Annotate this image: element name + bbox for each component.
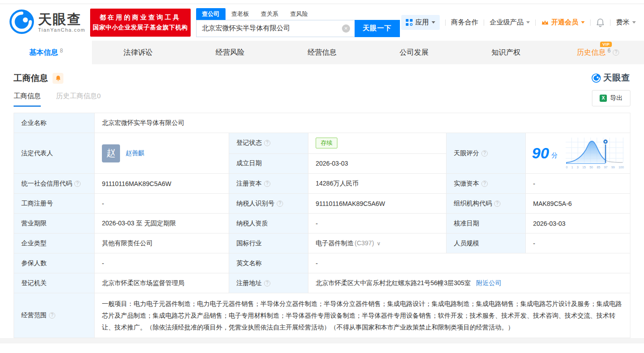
chevron-down-icon[interactable]: ∨ <box>377 240 381 247</box>
business-coop-link[interactable]: 商务合作 <box>451 18 478 27</box>
search-tab-company[interactable]: 查公司 <box>196 8 226 20</box>
business-term-value: 2026-03-03 至 无固定期限 <box>95 214 229 234</box>
staff-size-value: - <box>526 234 630 253</box>
caret-down-icon <box>432 21 435 24</box>
monitor-bell-icon[interactable] <box>53 73 63 84</box>
table-row: 参保人数 - 英文名称 - <box>14 253 630 273</box>
insured-count-value: - <box>95 253 229 273</box>
nearby-companies-link[interactable]: 附近公司 <box>476 279 501 286</box>
paid-capital-label: 实缴资本? <box>447 174 526 194</box>
tab-legal-lawsuits[interactable]: 法律诉讼 <box>92 41 184 64</box>
legal-rep-link[interactable]: 赵善麒 <box>125 149 144 157</box>
vip-join-label: 开通会员 <box>551 18 578 27</box>
export-button[interactable]: X 导出 <box>592 90 630 106</box>
tab-label: 知识产权 <box>491 48 520 57</box>
promo-line1: 都在用的商业查询工具 <box>100 14 181 22</box>
page: 天眼查 TianYanCha.com 都在用的商业查询工具 国家中小企业发展子基… <box>0 0 644 353</box>
staff-size-label: 人员规模 <box>447 234 526 253</box>
divider <box>610 19 610 26</box>
approval-date-value: 2026-03-03 <box>526 214 630 234</box>
avatar[interactable]: 赵 <box>102 144 120 162</box>
taxpayer-quality-value: - <box>308 214 447 234</box>
tab-history-info[interactable]: VIP 历史信息 6 ? <box>552 41 644 64</box>
score-axis-ticks: 01 315 5085 9799 100 <box>566 166 624 169</box>
industry-label: 国标行业 <box>229 234 308 253</box>
company-type-label: 企业类型 <box>14 234 95 253</box>
table-row: 登记机关 北京市怀柔区市场监督管理局 注册地址? 北京市怀柔区大中富乐村北红螺东… <box>14 273 630 293</box>
tab-label: 经营信息 <box>308 48 336 57</box>
main-content: 工商信息 天眼查 工商信息 历史工商信息0 X 导出 <box>0 70 644 338</box>
reg-status-value: 存续 <box>308 133 447 154</box>
taxpayer-id-value: 91110116MAK89C5A6W <box>308 194 447 214</box>
credit-code-label: 统一社会信用代码? <box>14 174 95 194</box>
notification-bell-icon[interactable] <box>596 18 605 27</box>
industry-value[interactable]: 电子器件制造(C397)∨ <box>308 234 447 253</box>
divider <box>484 19 484 26</box>
help-icon[interactable]: ? <box>481 181 488 187</box>
search-input[interactable] <box>196 20 355 37</box>
help-icon[interactable]: ? <box>264 181 270 187</box>
search-area: 查公司 查老板 查关系 查风险 × 天眼一下 <box>196 8 400 37</box>
tab-basic-info[interactable]: 基本信息 8 <box>0 41 92 64</box>
clear-input-icon[interactable]: × <box>342 24 350 33</box>
help-icon[interactable]: ? <box>74 181 81 187</box>
help-icon[interactable]: ? <box>49 312 55 319</box>
divider <box>590 19 591 26</box>
divider <box>535 19 536 26</box>
paid-capital-value: - <box>526 174 630 194</box>
export-label: 导出 <box>610 94 623 102</box>
search-tab-boss[interactable]: 查老板 <box>226 8 255 20</box>
tab-intellectual-property[interactable]: 知识产权 <box>460 41 552 64</box>
reg-authority-value: 北京市怀柔区市场监督管理局 <box>95 273 229 293</box>
reg-capital-label: 注册资本? <box>229 174 308 194</box>
search-tab-risk[interactable]: 查风险 <box>284 8 314 20</box>
search-tab-relation[interactable]: 查关系 <box>255 8 284 20</box>
vip-join-menu[interactable]: 开通会员 <box>541 18 585 27</box>
table-row: 营业期限 2026-03-03 至 无固定期限 纳税人资质 - 核准日期 202… <box>14 214 630 234</box>
tianyancha-logo[interactable]: 天眼查 TianYanCha.com <box>9 9 86 36</box>
business-info-table: 企业名称 北京宏微怀实半导体有限公司 法定代表人 赵 赵善麒 <box>14 113 630 338</box>
reg-number-value: - <box>95 194 229 214</box>
help-icon[interactable]: ? <box>613 49 619 56</box>
establish-date-value: 2026-03-03 <box>308 153 447 174</box>
tab-label: 公司发展 <box>399 48 428 57</box>
site-header: 天眼查 TianYanCha.com 都在用的商业查询工具 国家中小企业发展子基… <box>0 4 644 41</box>
search-tabs: 查公司 查老板 查关系 查风险 <box>196 8 400 20</box>
legal-rep-label: 法定代表人 <box>14 133 95 174</box>
business-term-label: 营业期限 <box>14 214 95 234</box>
search-button[interactable]: 天眼一下 <box>355 20 400 37</box>
help-icon[interactable]: ? <box>277 200 283 207</box>
tab-operating-risk[interactable]: 经营风险 <box>184 41 276 64</box>
establish-date-label: 成立日期 <box>229 153 308 174</box>
watermark-logo: 天眼查 <box>591 72 630 84</box>
company-nav-tabs: 基本信息 8 法律诉讼 经营风险 经营信息 公司发展 知识产权 VIP 历史信息… <box>0 41 644 64</box>
help-icon[interactable]: ? <box>481 150 488 157</box>
help-icon[interactable]: ? <box>264 280 270 286</box>
help-icon[interactable]: ? <box>264 140 270 146</box>
subtab-business-info[interactable]: 工商信息 <box>14 92 41 107</box>
user-menu[interactable]: 费米 <box>616 18 636 27</box>
english-name-label: 英文名称 <box>229 253 308 273</box>
approval-date-label: 核准日期 <box>447 214 526 234</box>
business-scope-label: 经营范围? <box>14 293 95 338</box>
crown-icon <box>541 19 549 26</box>
table-row: 工商注册号 - 纳税人识别号? 91110116MAK89C5A6W 组织机构代… <box>14 194 630 214</box>
tab-label: 基本信息 <box>29 48 58 57</box>
score-unit: 分 <box>551 152 557 160</box>
help-icon[interactable]: ? <box>494 200 500 207</box>
subtab-history-business-info[interactable]: 历史工商信息0 <box>56 92 101 105</box>
table-row: 企业类型 其他有限责任公司 国标行业 电子器件制造(C397)∨ 人员规模 - <box>14 234 630 253</box>
score-label: 天眼评分? <box>447 133 526 174</box>
taxpayer-quality-label: 纳税人资质 <box>229 214 308 234</box>
taxpayer-id-label: 纳税人识别号? <box>229 194 308 214</box>
caret-down-icon <box>632 21 636 24</box>
apps-grid-icon <box>406 19 413 26</box>
tab-company-development[interactable]: 公司发展 <box>368 41 460 64</box>
apps-menu[interactable]: 应用 <box>401 15 440 30</box>
score-number: 90 <box>532 144 549 162</box>
enterprise-products-label: 企业级产品 <box>490 18 524 27</box>
enterprise-products-menu[interactable]: 企业级产品 <box>490 18 530 27</box>
tab-label: 经营风险 <box>216 48 245 57</box>
promo-banner: 都在用的商业查询工具 国家中小企业发展子基金旗下机构 <box>90 9 191 37</box>
tab-operating-info[interactable]: 经营信息 <box>276 41 368 64</box>
